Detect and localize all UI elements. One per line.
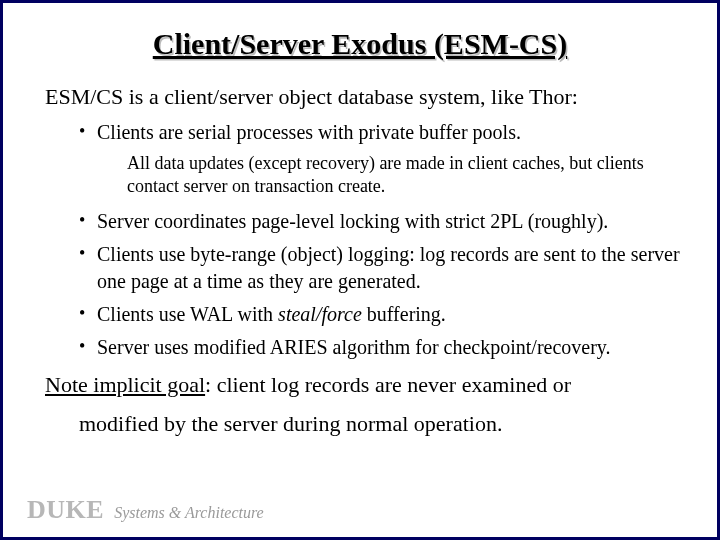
bullet-list: Server coordinates page-level locking wi…	[79, 208, 689, 361]
bullet-item: Clients are serial processes with privat…	[79, 119, 689, 146]
closing-text: : client log records are never examined …	[205, 372, 571, 397]
slide-title: Client/Server Exodus (ESM-CS)	[27, 27, 693, 61]
bullet-item: Server coordinates page-level locking wi…	[79, 208, 689, 235]
bullet-text: Clients use WAL with	[97, 303, 278, 325]
closing-lead: Note implicit goal	[45, 372, 205, 397]
bullet-text: buffering.	[362, 303, 446, 325]
bullet-item: Clients use byte-range (object) logging:…	[79, 241, 689, 295]
slide-frame: Client/Server Exodus (ESM-CS) ESM/CS is …	[0, 0, 720, 540]
closing-line: Note implicit goal: client log records a…	[45, 371, 685, 400]
footer-group: Systems & Architecture	[114, 504, 264, 522]
bullet-subnote: All data updates (except recovery) are m…	[127, 152, 673, 199]
intro-line: ESM/CS is a client/server object databas…	[45, 83, 693, 111]
bullet-item: Clients use WAL with steal/force bufferi…	[79, 301, 689, 328]
bullet-emphasis: steal/force	[278, 303, 362, 325]
bullet-item: Server uses modified ARIES algorithm for…	[79, 334, 689, 361]
bullet-list: Clients are serial processes with privat…	[79, 119, 689, 146]
footer: DUKE Systems & Architecture	[27, 495, 264, 525]
footer-org: DUKE	[27, 495, 104, 525]
closing-line-2: modified by the server during normal ope…	[79, 410, 685, 439]
